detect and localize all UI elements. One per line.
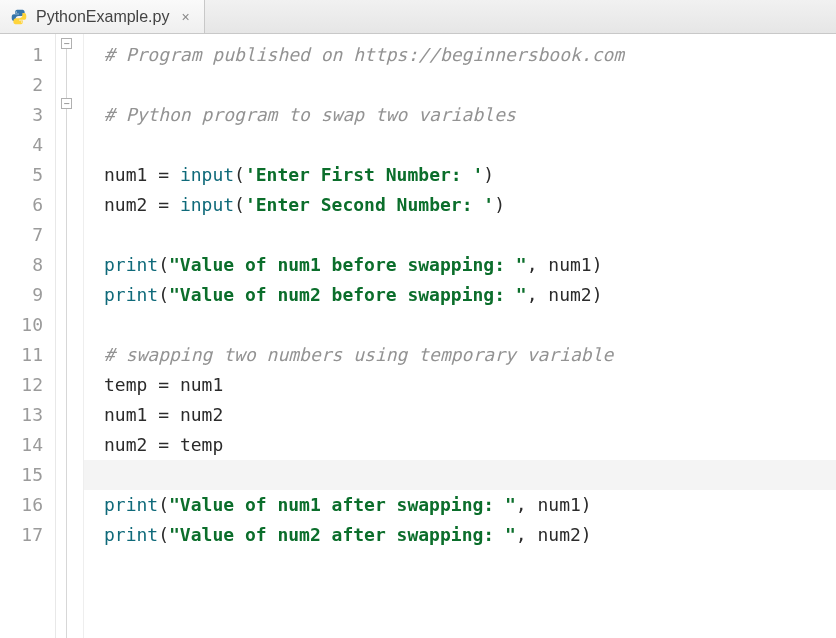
- line-number: 9: [0, 280, 55, 310]
- line-number: 4: [0, 130, 55, 160]
- line-number: 15: [0, 460, 55, 490]
- file-tab[interactable]: PythonExample.py ×: [0, 0, 205, 33]
- code-line[interactable]: num1 = input('Enter First Number: '): [104, 160, 836, 190]
- line-number: 17: [0, 520, 55, 550]
- code-line[interactable]: [104, 70, 836, 100]
- code-line[interactable]: num1 = num2: [104, 400, 836, 430]
- line-number: 8: [0, 250, 55, 280]
- code-line[interactable]: # Program published on https://beginners…: [104, 40, 836, 70]
- close-tab-icon[interactable]: ×: [181, 9, 189, 25]
- line-number: 5: [0, 160, 55, 190]
- python-file-icon: [10, 8, 28, 26]
- code-line[interactable]: print("Value of num1 before swapping: ",…: [104, 250, 836, 280]
- code-line[interactable]: [104, 130, 836, 160]
- tab-bar: PythonExample.py ×: [0, 0, 836, 34]
- line-number: 3: [0, 100, 55, 130]
- line-number: 16: [0, 490, 55, 520]
- fold-toggle-icon[interactable]: −: [61, 38, 72, 49]
- code-editor[interactable]: 1 2 3 4 5 6 7 8 9 10 11 12 13 14 15 16 1…: [0, 34, 836, 638]
- code-line[interactable]: # Python program to swap two variables: [104, 100, 836, 130]
- code-line[interactable]: [104, 220, 836, 250]
- code-area[interactable]: # Program published on https://beginners…: [84, 34, 836, 638]
- code-line[interactable]: [104, 310, 836, 340]
- code-line[interactable]: print("Value of num2 after swapping: ", …: [104, 520, 836, 550]
- code-line[interactable]: num2 = temp: [104, 430, 836, 460]
- line-number: 14: [0, 430, 55, 460]
- code-line[interactable]: temp = num1: [104, 370, 836, 400]
- tab-filename: PythonExample.py: [36, 8, 169, 26]
- line-number: 7: [0, 220, 55, 250]
- line-number: 13: [0, 400, 55, 430]
- code-line[interactable]: # swapping two numbers using temporary v…: [104, 340, 836, 370]
- comment-text: # Program published on https://beginners…: [104, 44, 624, 65]
- line-number: 1: [0, 40, 55, 70]
- line-number: 2: [0, 70, 55, 100]
- fold-gutter: − −: [56, 34, 84, 638]
- comment-text: # Python program to swap two variables: [104, 104, 516, 125]
- line-number-gutter: 1 2 3 4 5 6 7 8 9 10 11 12 13 14 15 16 1…: [0, 34, 56, 638]
- code-line[interactable]: [84, 460, 836, 490]
- line-number: 11: [0, 340, 55, 370]
- line-number: 12: [0, 370, 55, 400]
- code-line[interactable]: num2 = input('Enter Second Number: '): [104, 190, 836, 220]
- fold-toggle-icon[interactable]: −: [61, 98, 72, 109]
- comment-text: # swapping two numbers using temporary v…: [104, 344, 613, 365]
- line-number: 10: [0, 310, 55, 340]
- code-line[interactable]: print("Value of num1 after swapping: ", …: [104, 490, 836, 520]
- code-line[interactable]: print("Value of num2 before swapping: ",…: [104, 280, 836, 310]
- line-number: 6: [0, 190, 55, 220]
